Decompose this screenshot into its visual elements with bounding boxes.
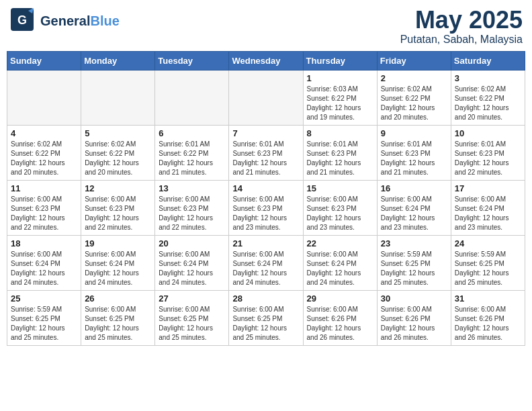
calendar-day-cell: 16Sunrise: 6:00 AM Sunset: 6:24 PM Dayli…	[377, 180, 451, 235]
day-number: 31	[455, 293, 521, 304]
day-info: Sunrise: 6:00 AM Sunset: 6:25 PM Dayligh…	[85, 305, 151, 342]
calendar-day-cell	[229, 70, 303, 125]
location-subtitle: Putatan, Sabah, Malaysia	[400, 34, 523, 46]
day-number: 17	[455, 183, 521, 193]
day-number: 11	[11, 183, 77, 193]
day-number: 24	[455, 238, 521, 248]
weekday-header-tuesday: Tuesday	[155, 51, 229, 70]
calendar-day-cell: 23Sunrise: 5:59 AM Sunset: 6:25 PM Dayli…	[377, 235, 451, 290]
calendar-day-cell: 1Sunrise: 6:03 AM Sunset: 6:22 PM Daylig…	[303, 70, 377, 125]
day-number: 29	[307, 293, 373, 304]
day-number: 5	[85, 128, 151, 138]
calendar-day-cell: 19Sunrise: 6:00 AM Sunset: 6:24 PM Dayli…	[81, 235, 155, 290]
day-number: 22	[307, 238, 373, 248]
day-info: Sunrise: 6:01 AM Sunset: 6:23 PM Dayligh…	[381, 140, 447, 177]
calendar-week-5: 25Sunrise: 5:59 AM Sunset: 6:25 PM Dayli…	[7, 290, 525, 345]
day-info: Sunrise: 6:02 AM Sunset: 6:22 PM Dayligh…	[381, 85, 447, 122]
calendar-day-cell: 13Sunrise: 6:00 AM Sunset: 6:23 PM Dayli…	[155, 180, 229, 235]
day-number: 8	[307, 128, 373, 138]
weekday-header-wednesday: Wednesday	[229, 51, 303, 70]
calendar-day-cell: 17Sunrise: 6:00 AM Sunset: 6:24 PM Dayli…	[451, 180, 525, 235]
month-title: May 2025	[400, 7, 523, 34]
calendar-day-cell: 10Sunrise: 6:01 AM Sunset: 6:23 PM Dayli…	[451, 125, 525, 180]
calendar-day-cell: 20Sunrise: 6:00 AM Sunset: 6:24 PM Dayli…	[155, 235, 229, 290]
weekday-header-monday: Monday	[81, 51, 155, 70]
day-info: Sunrise: 5:59 AM Sunset: 6:25 PM Dayligh…	[455, 250, 521, 287]
calendar-day-cell: 8Sunrise: 6:01 AM Sunset: 6:23 PM Daylig…	[303, 125, 377, 180]
day-info: Sunrise: 6:00 AM Sunset: 6:24 PM Dayligh…	[381, 195, 447, 232]
day-number: 25	[11, 293, 77, 304]
day-info: Sunrise: 6:00 AM Sunset: 6:23 PM Dayligh…	[11, 195, 77, 232]
day-number: 28	[232, 293, 299, 304]
weekday-header-saturday: Saturday	[451, 51, 525, 70]
day-number: 13	[159, 183, 225, 193]
calendar-day-cell: 15Sunrise: 6:00 AM Sunset: 6:23 PM Dayli…	[303, 180, 377, 235]
day-number: 12	[85, 183, 151, 193]
calendar-day-cell: 22Sunrise: 6:00 AM Sunset: 6:24 PM Dayli…	[303, 235, 377, 290]
day-info: Sunrise: 6:00 AM Sunset: 6:24 PM Dayligh…	[232, 250, 299, 287]
day-info: Sunrise: 6:00 AM Sunset: 6:24 PM Dayligh…	[159, 250, 225, 287]
calendar-day-cell: 25Sunrise: 5:59 AM Sunset: 6:25 PM Dayli…	[7, 290, 81, 345]
day-number: 21	[232, 238, 299, 248]
calendar-week-2: 4Sunrise: 6:02 AM Sunset: 6:22 PM Daylig…	[7, 125, 525, 180]
day-number: 20	[159, 238, 225, 248]
title-area: May 2025 Putatan, Sabah, Malaysia	[400, 7, 523, 46]
day-info: Sunrise: 6:00 AM Sunset: 6:23 PM Dayligh…	[232, 195, 299, 232]
day-info: Sunrise: 6:00 AM Sunset: 6:24 PM Dayligh…	[455, 195, 521, 232]
calendar-week-4: 18Sunrise: 6:00 AM Sunset: 6:24 PM Dayli…	[7, 235, 525, 290]
calendar-day-cell: 6Sunrise: 6:01 AM Sunset: 6:22 PM Daylig…	[155, 125, 229, 180]
day-number: 30	[381, 293, 447, 304]
day-number: 18	[11, 238, 77, 248]
day-number: 7	[232, 128, 299, 138]
day-info: Sunrise: 6:01 AM Sunset: 6:22 PM Dayligh…	[159, 140, 225, 177]
calendar-day-cell: 24Sunrise: 5:59 AM Sunset: 6:25 PM Dayli…	[451, 235, 525, 290]
day-info: Sunrise: 6:00 AM Sunset: 6:23 PM Dayligh…	[307, 195, 373, 232]
calendar-day-cell: 7Sunrise: 6:01 AM Sunset: 6:23 PM Daylig…	[229, 125, 303, 180]
day-number: 2	[381, 73, 447, 83]
calendar-day-cell: 3Sunrise: 6:02 AM Sunset: 6:22 PM Daylig…	[451, 70, 525, 125]
calendar-week-3: 11Sunrise: 6:00 AM Sunset: 6:23 PM Dayli…	[7, 180, 525, 235]
day-info: Sunrise: 6:01 AM Sunset: 6:23 PM Dayligh…	[455, 140, 521, 177]
day-number: 1	[307, 73, 373, 83]
calendar-day-cell: 5Sunrise: 6:02 AM Sunset: 6:22 PM Daylig…	[81, 125, 155, 180]
day-info: Sunrise: 6:00 AM Sunset: 6:26 PM Dayligh…	[307, 305, 373, 342]
day-info: Sunrise: 6:01 AM Sunset: 6:23 PM Dayligh…	[307, 140, 373, 177]
day-info: Sunrise: 6:00 AM Sunset: 6:24 PM Dayligh…	[85, 250, 151, 287]
calendar-header-row: SundayMondayTuesdayWednesdayThursdayFrid…	[7, 51, 525, 70]
day-number: 3	[455, 73, 521, 83]
logo-blue-text: Blue	[90, 13, 119, 28]
day-number: 9	[381, 128, 447, 138]
svg-text:G: G	[17, 13, 27, 27]
calendar-day-cell	[81, 70, 155, 125]
day-info: Sunrise: 6:03 AM Sunset: 6:22 PM Dayligh…	[307, 85, 373, 122]
day-info: Sunrise: 6:01 AM Sunset: 6:23 PM Dayligh…	[232, 140, 299, 177]
day-info: Sunrise: 6:00 AM Sunset: 6:23 PM Dayligh…	[85, 195, 151, 232]
calendar-day-cell	[7, 70, 81, 125]
calendar-day-cell: 2Sunrise: 6:02 AM Sunset: 6:22 PM Daylig…	[377, 70, 451, 125]
calendar-week-1: 1Sunrise: 6:03 AM Sunset: 6:22 PM Daylig…	[7, 70, 525, 125]
day-number: 16	[381, 183, 447, 193]
calendar-day-cell: 4Sunrise: 6:02 AM Sunset: 6:22 PM Daylig…	[7, 125, 81, 180]
day-info: Sunrise: 6:02 AM Sunset: 6:22 PM Dayligh…	[455, 85, 521, 122]
logo: G GeneralBlue	[9, 7, 120, 35]
calendar-day-cell	[155, 70, 229, 125]
logo-icon: G	[9, 7, 35, 35]
day-number: 19	[85, 238, 151, 248]
calendar-day-cell: 18Sunrise: 6:00 AM Sunset: 6:24 PM Dayli…	[7, 235, 81, 290]
calendar-table: SundayMondayTuesdayWednesdayThursdayFrid…	[7, 51, 525, 346]
day-number: 10	[455, 128, 521, 138]
calendar-day-cell: 31Sunrise: 6:00 AM Sunset: 6:26 PM Dayli…	[451, 290, 525, 345]
day-info: Sunrise: 6:02 AM Sunset: 6:22 PM Dayligh…	[85, 140, 151, 177]
day-info: Sunrise: 6:00 AM Sunset: 6:25 PM Dayligh…	[159, 305, 225, 342]
weekday-header-thursday: Thursday	[303, 51, 377, 70]
day-info: Sunrise: 6:00 AM Sunset: 6:26 PM Dayligh…	[381, 305, 447, 342]
day-info: Sunrise: 6:00 AM Sunset: 6:23 PM Dayligh…	[159, 195, 225, 232]
calendar-day-cell: 29Sunrise: 6:00 AM Sunset: 6:26 PM Dayli…	[303, 290, 377, 345]
calendar-day-cell: 28Sunrise: 6:00 AM Sunset: 6:25 PM Dayli…	[229, 290, 303, 345]
day-info: Sunrise: 5:59 AM Sunset: 6:25 PM Dayligh…	[11, 305, 77, 342]
day-info: Sunrise: 6:02 AM Sunset: 6:22 PM Dayligh…	[11, 140, 77, 177]
day-info: Sunrise: 5:59 AM Sunset: 6:25 PM Dayligh…	[381, 250, 447, 287]
calendar-day-cell: 12Sunrise: 6:00 AM Sunset: 6:23 PM Dayli…	[81, 180, 155, 235]
day-info: Sunrise: 6:00 AM Sunset: 6:26 PM Dayligh…	[455, 305, 521, 342]
day-number: 6	[159, 128, 225, 138]
